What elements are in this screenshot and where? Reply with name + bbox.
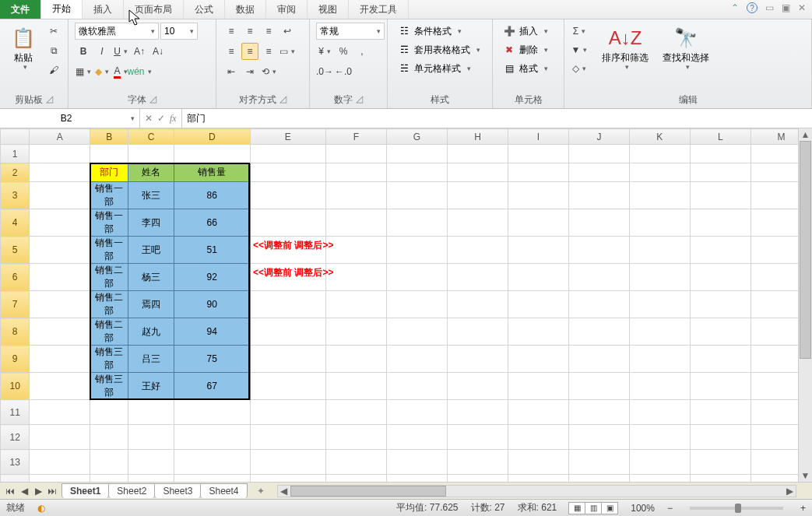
col-header-E[interactable]: E	[250, 129, 325, 145]
tab-layout[interactable]: 页面布局	[124, 0, 184, 19]
cell-I13[interactable]	[508, 450, 569, 475]
cell-F8[interactable]	[325, 318, 386, 346]
fill-color-button[interactable]: ◆▾	[93, 63, 111, 80]
cell-C4[interactable]: 李四	[128, 209, 174, 237]
new-sheet-button[interactable]: ✦	[252, 483, 269, 500]
currency-button[interactable]: ¥▾	[316, 43, 333, 60]
cell-I14[interactable]	[508, 475, 569, 483]
cell-K8[interactable]	[629, 318, 690, 346]
cell-D10[interactable]: 67	[174, 373, 250, 400]
cell-B8[interactable]: 销售二部	[90, 318, 128, 346]
percent-button[interactable]: %	[335, 43, 352, 60]
formula-input[interactable]	[187, 113, 807, 124]
scroll-right-icon[interactable]: ▶	[783, 486, 796, 497]
phonetic-button[interactable]: wén▾	[131, 63, 148, 80]
cell-C1[interactable]	[128, 145, 174, 163]
cell-F13[interactable]	[325, 450, 386, 475]
tab-next-icon[interactable]: ▶	[31, 486, 45, 497]
format-painter-button[interactable]: 🖌	[45, 61, 62, 79]
cell-G10[interactable]	[386, 373, 447, 400]
sheet-tab-sheet1[interactable]: Sheet1	[62, 483, 109, 498]
cell-E8[interactable]	[250, 318, 325, 346]
row-header-1[interactable]: 1	[1, 145, 30, 163]
cell-G8[interactable]	[386, 318, 447, 346]
paste-button[interactable]: 📋 粘贴 ▾	[6, 23, 40, 74]
cell-J7[interactable]	[568, 291, 629, 318]
zoom-in-button[interactable]: +	[800, 503, 806, 514]
orientation-button[interactable]: ⟲▾	[260, 63, 277, 80]
tab-review[interactable]: 审阅	[266, 0, 308, 19]
merge-center-button[interactable]: ▭▾	[279, 43, 296, 60]
cell-F2[interactable]	[325, 163, 386, 182]
increase-font-button[interactable]: A↑	[131, 43, 148, 60]
cell-L11[interactable]	[690, 400, 750, 425]
cell-J2[interactable]	[568, 163, 629, 182]
col-header-H[interactable]: H	[448, 129, 508, 145]
cell-F10[interactable]	[325, 373, 386, 400]
cell-E12[interactable]	[250, 425, 325, 450]
accept-fx-icon[interactable]: ✓	[157, 113, 165, 124]
cell-G1[interactable]	[386, 145, 447, 163]
cell-F12[interactable]	[325, 425, 386, 450]
cell-B12[interactable]	[90, 425, 128, 450]
ribbon-toggle-icon[interactable]: ⌃	[731, 2, 739, 13]
insert-cells-button[interactable]: ➕插入▾	[499, 23, 551, 40]
cell-E11[interactable]	[250, 400, 325, 425]
cell-J10[interactable]	[568, 373, 629, 400]
fill-button[interactable]: ▼▾	[571, 41, 588, 58]
cell-K5[interactable]	[629, 237, 690, 264]
cell-B7[interactable]: 销售二部	[90, 291, 128, 318]
help-icon[interactable]: ?	[747, 2, 758, 13]
col-header-B[interactable]: B	[90, 129, 128, 145]
cell-I4[interactable]	[508, 209, 569, 237]
cell-D9[interactable]: 75	[174, 346, 250, 373]
cell-K7[interactable]	[629, 291, 690, 318]
align-center-button[interactable]: ≡	[241, 43, 258, 60]
scroll-down-icon[interactable]: ▼	[799, 469, 812, 482]
cell-J8[interactable]	[568, 318, 629, 346]
zoom-slider[interactable]	[690, 507, 783, 510]
cell-L9[interactable]	[690, 346, 750, 373]
cell-H8[interactable]	[448, 318, 508, 346]
cell-C11[interactable]	[128, 400, 174, 425]
row-header-7[interactable]: 7	[1, 291, 30, 318]
cell-D1[interactable]	[174, 145, 250, 163]
cell-A4[interactable]	[30, 209, 90, 237]
cell-A8[interactable]	[30, 318, 90, 346]
view-layout-button[interactable]: ▥	[585, 502, 602, 514]
cell-I3[interactable]	[508, 182, 569, 209]
decrease-font-button[interactable]: A↓	[149, 43, 167, 60]
cell-B3[interactable]: 销售一部	[90, 182, 128, 209]
cell-G7[interactable]	[386, 291, 447, 318]
cell-A13[interactable]	[30, 450, 90, 475]
cell-C6[interactable]: 杨三	[128, 264, 174, 291]
tab-formula[interactable]: 公式	[184, 0, 225, 19]
conditional-format-button[interactable]: ☷条件格式▾	[394, 23, 483, 40]
cell-I12[interactable]	[508, 425, 569, 450]
cell-F14[interactable]	[325, 475, 386, 483]
cell-K1[interactable]	[629, 145, 690, 163]
scroll-up-icon[interactable]: ▲	[799, 128, 812, 141]
hscroll-thumb[interactable]	[290, 486, 446, 497]
cell-J14[interactable]	[568, 475, 629, 483]
row-header-3[interactable]: 3	[1, 182, 30, 209]
delete-cells-button[interactable]: ✖删除▾	[499, 41, 551, 58]
maximize-icon[interactable]: ▣	[782, 2, 790, 13]
cell-F3[interactable]	[325, 182, 386, 209]
cell-I7[interactable]	[508, 291, 569, 318]
col-header-I[interactable]: I	[508, 129, 569, 145]
row-header-5[interactable]: 5	[1, 237, 30, 264]
cell-J6[interactable]	[568, 264, 629, 291]
col-header-K[interactable]: K	[629, 129, 690, 145]
cell-F4[interactable]	[325, 209, 386, 237]
cell-E9[interactable]	[250, 346, 325, 373]
cell-I8[interactable]	[508, 318, 569, 346]
cell-K6[interactable]	[629, 264, 690, 291]
cell-F7[interactable]	[325, 291, 386, 318]
number-format-select[interactable]: 常规▾	[316, 23, 385, 40]
vertical-scrollbar[interactable]: ▲ ▼	[798, 128, 812, 482]
cell-H9[interactable]	[448, 346, 508, 373]
cell-F5[interactable]	[325, 237, 386, 264]
cell-styles-button[interactable]: ☵单元格样式▾	[394, 60, 483, 77]
cell-L14[interactable]	[690, 475, 750, 483]
